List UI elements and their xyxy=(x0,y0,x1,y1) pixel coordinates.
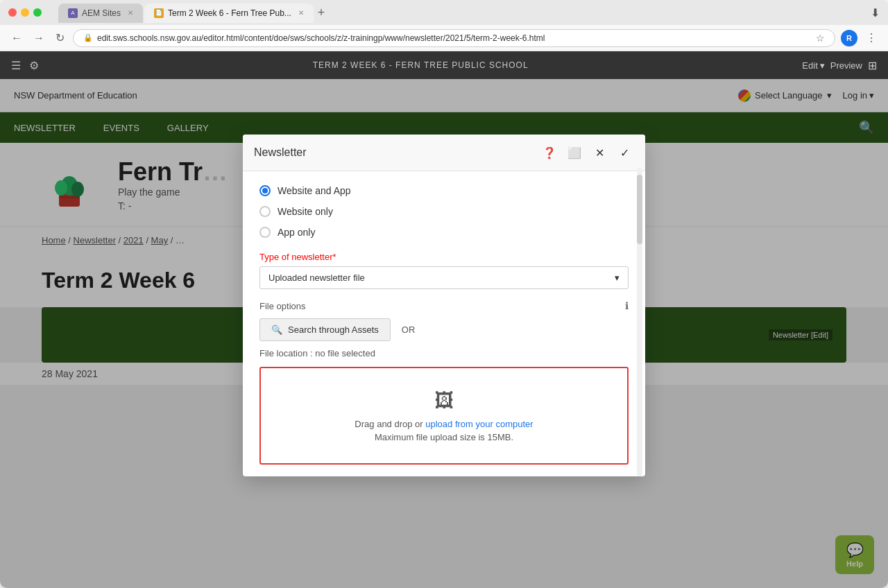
address-bar: ← → ↻ 🔒 edit.sws.schools.nsw.gov.au/edit… xyxy=(0,25,888,51)
back-button[interactable]: ← xyxy=(8,29,25,47)
radio-dot xyxy=(262,188,268,193)
aem-edit-label: Edit xyxy=(802,60,817,71)
aem-edit-chevron: ▾ xyxy=(820,60,825,71)
close-button[interactable] xyxy=(8,8,17,17)
aem-grid-icon[interactable]: ⊞ xyxy=(868,59,877,72)
new-tab-button[interactable]: + xyxy=(315,3,328,23)
newsletter-type-value: Uploaded newsletter file xyxy=(268,273,365,283)
modal-close-button[interactable]: ✕ xyxy=(590,143,609,162)
radio-circle-website-app xyxy=(259,185,271,196)
download-icon: ⬇ xyxy=(871,6,880,19)
alt-text-label: Alternative text for screen readers* xyxy=(259,476,398,476)
modal-scrollbar-track[interactable] xyxy=(637,168,642,476)
modal-header: Newsletter ❓ ⬜ ✕ ✓ xyxy=(243,135,645,171)
radio-app-only[interactable]: App only xyxy=(259,227,629,238)
modal-overlay: Newsletter ❓ ⬜ ✕ ✓ xyxy=(0,79,888,588)
radio-website-app[interactable]: Website and App xyxy=(259,185,629,196)
drop-zone[interactable]: 🖼 Drag and drop or upload from your comp… xyxy=(259,367,629,465)
minimize-button[interactable] xyxy=(21,8,29,17)
file-location: File location : no file selected xyxy=(259,348,629,358)
modal-body: Website and App Website only App only xyxy=(243,171,645,476)
tab-newsletter[interactable]: 📄 Term 2 Week 6 - Fern Tree Pub... ✕ xyxy=(144,3,314,23)
radio-label-website-app: Website and App xyxy=(278,185,351,196)
aem-left-icons: ☰ ⚙ xyxy=(11,59,39,72)
or-text: OR xyxy=(402,325,416,335)
aem-preview-button[interactable]: Preview xyxy=(830,60,862,71)
url-text: edit.sws.schools.nsw.gov.au/editor.html/… xyxy=(97,33,812,43)
radio-label-website-only: Website only xyxy=(278,206,333,217)
user-avatar[interactable]: R xyxy=(841,30,857,46)
radio-circle-app-only xyxy=(259,227,271,238)
tab-label: AEM Sites xyxy=(82,8,121,18)
alt-text-header: Alternative text for screen readers* ℹ xyxy=(259,476,629,476)
radio-group: Website and App Website only App only xyxy=(259,185,629,238)
newsletter-modal: Newsletter ❓ ⬜ ✕ ✓ xyxy=(243,135,645,476)
tab-close-icon[interactable]: ✕ xyxy=(128,9,133,17)
drop-text: Drag and drop or upload from your comput… xyxy=(282,419,606,429)
radio-circle-website-only xyxy=(259,206,271,217)
file-options-header: File options ℹ xyxy=(259,300,629,311)
title-bar: A AEM Sites ✕ 📄 Term 2 Week 6 - Fern Tre… xyxy=(0,0,888,25)
fullscreen-button[interactable] xyxy=(33,8,42,17)
modal-title: Newsletter xyxy=(254,146,307,159)
newsletter-type-select-wrapper: Uploaded newsletter file ▾ xyxy=(259,266,629,289)
tab-label-active: Term 2 Week 6 - Fern Tree Pub... xyxy=(168,8,291,18)
newsletter-type-label: Type of newsletter* xyxy=(259,252,629,262)
menu-button[interactable]: ⋮ xyxy=(863,28,880,47)
upload-link[interactable]: upload from your computer xyxy=(425,419,533,429)
aem-page-title: TERM 2 WEEK 6 - FERN TREE PUBLIC SCHOOL xyxy=(39,60,802,70)
newsletter-type-select[interactable]: Uploaded newsletter file ▾ xyxy=(259,266,629,289)
drop-max-text: Maximum file upload size is 15MB. xyxy=(282,432,606,442)
tab-favicon: A xyxy=(68,8,78,18)
aem-settings-icon[interactable]: ⚙ xyxy=(29,59,39,72)
aem-toolbar-right: Edit ▾ Preview ⊞ xyxy=(802,59,877,72)
radio-label-app-only: App only xyxy=(278,227,315,238)
select-chevron-icon: ▾ xyxy=(615,273,620,283)
search-assets-button[interactable]: 🔍 Search through Assets xyxy=(259,318,391,341)
aem-sidebar-toggle[interactable]: ☰ xyxy=(11,59,21,72)
lock-icon: 🔒 xyxy=(83,33,93,42)
radio-website-only[interactable]: Website only xyxy=(259,206,629,217)
reload-button[interactable]: ↻ xyxy=(53,28,67,47)
tab-favicon-active: 📄 xyxy=(154,8,164,18)
forward-button[interactable]: → xyxy=(31,29,47,47)
modal-help-button[interactable]: ❓ xyxy=(540,143,559,162)
file-options-row: 🔍 Search through Assets OR xyxy=(259,318,629,341)
tabs-bar: A AEM Sites ✕ 📄 Term 2 Week 6 - Fern Tre… xyxy=(58,3,865,23)
traffic-lights xyxy=(8,8,42,17)
aem-toolbar: ☰ ⚙ TERM 2 WEEK 6 - FERN TREE PUBLIC SCH… xyxy=(0,51,888,79)
upload-icon: 🖼 xyxy=(282,389,606,412)
bookmark-icon[interactable]: ☆ xyxy=(816,33,825,44)
modal-actions: ❓ ⬜ ✕ ✓ xyxy=(540,143,634,162)
aem-edit-button[interactable]: Edit ▾ xyxy=(802,60,824,71)
search-assets-label: Search through Assets xyxy=(288,325,379,335)
file-options-info-icon[interactable]: ℹ xyxy=(625,300,629,311)
page-area: NSW Department of Education Select Langu… xyxy=(0,79,888,588)
search-assets-icon: 🔍 xyxy=(271,325,282,335)
url-bar[interactable]: 🔒 edit.sws.schools.nsw.gov.au/editor.htm… xyxy=(73,29,835,47)
modal-fullscreen-button[interactable]: ⬜ xyxy=(565,143,584,162)
tab-close-active-icon[interactable]: ✕ xyxy=(298,9,304,17)
file-options-label: File options xyxy=(259,301,305,311)
modal-scrollbar-thumb xyxy=(637,175,642,244)
tab-aem-sites[interactable]: A AEM Sites ✕ xyxy=(58,3,143,23)
modal-confirm-button[interactable]: ✓ xyxy=(615,143,634,162)
